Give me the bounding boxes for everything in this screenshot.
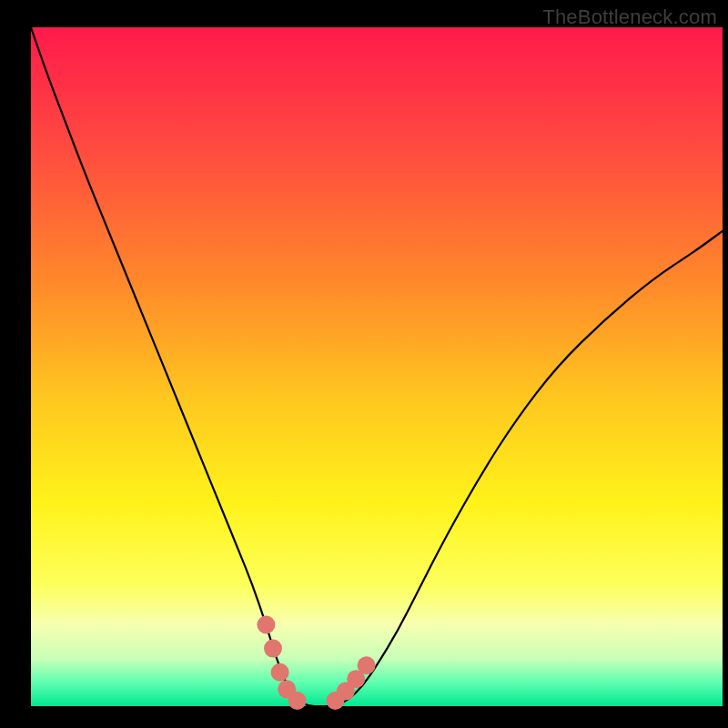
plot-background: [31, 27, 723, 706]
highlight-dot: [358, 656, 376, 674]
highlight-dot: [264, 640, 282, 658]
highlight-dot: [271, 663, 289, 682]
watermark-text: TheBottleneck.com: [542, 5, 717, 29]
chart-frame: TheBottleneck.com: [0, 0, 728, 728]
bottleneck-chart: [0, 0, 728, 728]
highlight-dot: [288, 692, 307, 710]
highlight-dot: [257, 615, 275, 633]
